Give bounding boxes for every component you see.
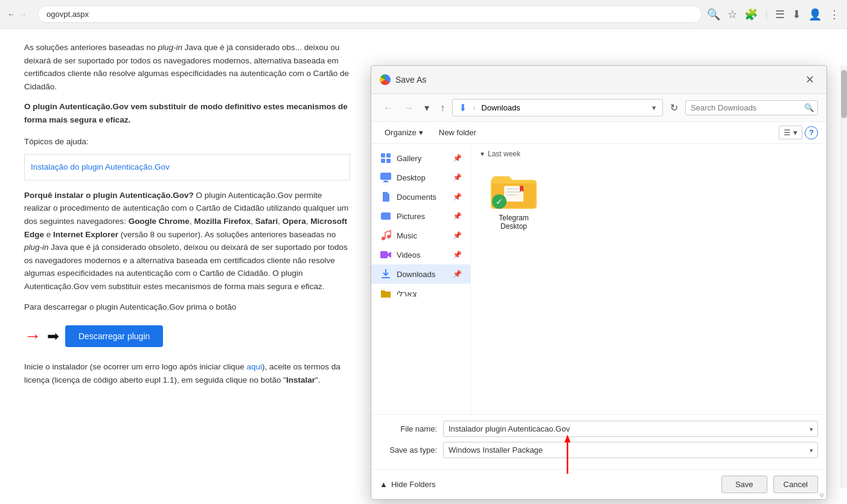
pictures-icon — [380, 210, 392, 222]
sidebar-item-pictures[interactable]: Pictures 📌 — [371, 206, 470, 226]
search-wrapper: 🔍 — [685, 100, 818, 115]
view-buttons: ☰ ▾ ? — [779, 126, 818, 139]
dialog-title-left: Save As — [380, 74, 426, 85]
save-type-select[interactable]: Windows Installer Package — [443, 442, 818, 458]
custom-label: צארלי — [397, 289, 417, 298]
svg-rect-4 — [380, 173, 391, 180]
section-label-text: Last week — [488, 150, 520, 158]
file-label-telegram: Telegram Desktop — [485, 214, 542, 231]
dialog-nav: Gallery 📌 Desktop 📌 Documents 📌 — [371, 144, 471, 414]
save-type-label: Save as type: — [380, 445, 443, 455]
search-icon-button[interactable]: 🔍 — [804, 103, 814, 112]
extensions-icon[interactable]: 🧩 — [744, 8, 758, 21]
file-name-row: File name: ▾ — [380, 421, 818, 437]
file-item-telegram[interactable]: ✓ Telegram Desktop — [481, 164, 547, 235]
dialog-overlay: Save As ✕ ← → ▾ ↑ ⬇ › Downloads ▾ ↻ — [0, 29, 847, 504]
documents-icon — [380, 191, 392, 203]
videos-icon — [380, 249, 392, 261]
music-pin: 📌 — [453, 231, 462, 240]
section-header: Last week — [481, 150, 817, 158]
sidebar-item-gallery[interactable]: Gallery 📌 — [371, 148, 470, 168]
folder-badge-icon: ✓ — [492, 194, 507, 209]
file-name-label: File name: — [380, 424, 443, 433]
nav-back-button[interactable]: ← — [380, 100, 397, 116]
svg-rect-11 — [380, 251, 388, 258]
videos-pin: 📌 — [453, 250, 462, 259]
download-icon[interactable]: ⬇ — [792, 8, 801, 21]
refresh-button[interactable]: ↻ — [666, 100, 682, 116]
organize-dropdown-icon: ▾ — [419, 128, 423, 137]
save-as-dialog: Save As ✕ ← → ▾ ↑ ⬇ › Downloads ▾ ↻ — [371, 65, 827, 500]
nav-recent-button[interactable]: ▾ — [421, 100, 433, 116]
hide-folders-icon: ▲ — [380, 480, 388, 489]
browser-toolbar: 🔍 ☆ 🧩 | ☰ ⬇ 👤 ⋮ — [707, 8, 840, 21]
search-input[interactable] — [685, 100, 818, 115]
svg-rect-6 — [383, 182, 389, 182]
path-text: Downloads — [481, 103, 520, 112]
svg-rect-0 — [381, 153, 385, 158]
downloads-label: Downloads — [397, 270, 435, 279]
sidebar-item-videos[interactable]: Videos 📌 — [371, 245, 470, 264]
pictures-pin: 📌 — [453, 212, 462, 220]
path-dropdown-arrow[interactable]: ▾ — [652, 103, 656, 112]
sidebar-item-music[interactable]: Music 📌 — [371, 226, 470, 245]
path-display: ⬇ › Downloads ▾ — [452, 99, 663, 116]
svg-rect-1 — [386, 153, 391, 158]
hide-folders-label: Hide Folders — [391, 480, 436, 489]
hide-folders-toggle[interactable]: ▲ Hide Folders — [380, 480, 436, 489]
tab-forward-btn[interactable]: → — [19, 10, 27, 19]
dialog-body: Gallery 📌 Desktop 📌 Documents 📌 — [371, 144, 826, 414]
music-icon — [380, 229, 392, 241]
profile-icon[interactable]: 👤 — [808, 8, 822, 21]
organize-label: Organize — [385, 128, 417, 137]
file-name-wrapper: ▾ — [443, 421, 818, 437]
browser-bar: ← → ogovpt.aspx 🔍 ☆ 🧩 | ☰ ⬇ 👤 ⋮ — [0, 0, 847, 29]
music-label: Music — [397, 231, 417, 240]
save-type-wrapper: Windows Installer Package ▾ — [443, 442, 818, 458]
save-button[interactable]: Save — [721, 476, 767, 493]
gallery-icon — [380, 152, 392, 164]
dialog-footer: ▲ Hide Folders Save Cancel — [371, 469, 826, 499]
sidebar-item-desktop[interactable]: Desktop 📌 — [371, 168, 470, 187]
sidebar-item-custom[interactable]: צארלי — [371, 284, 470, 303]
downloads-icon — [380, 268, 392, 280]
documents-label: Documents — [397, 193, 436, 202]
sidebar-item-documents[interactable]: Documents 📌 — [371, 187, 470, 206]
dialog-close-button[interactable]: ✕ — [802, 72, 818, 88]
desktop-icon — [380, 171, 392, 183]
sidebar-item-downloads[interactable]: Downloads 📌 — [371, 264, 470, 284]
more-icon[interactable]: ⋮ — [829, 8, 840, 21]
desktop-pin: 📌 — [453, 173, 462, 182]
files-grid: ✓ Telegram Desktop — [481, 164, 817, 235]
gallery-pin: 📌 — [453, 154, 462, 162]
cancel-button[interactable]: Cancel — [773, 476, 818, 493]
nav-forward-button[interactable]: → — [400, 100, 417, 116]
help-button[interactable]: ? — [805, 126, 818, 139]
videos-label: Videos — [397, 250, 421, 260]
view-toggle-button[interactable]: ☰ ▾ — [779, 126, 802, 139]
svg-rect-13 — [382, 277, 390, 278]
chrome-logo-icon — [380, 74, 391, 85]
new-folder-button[interactable]: New folder — [434, 126, 481, 139]
svg-rect-16 — [507, 191, 521, 193]
folder-icon-wrapper: ✓ — [490, 169, 538, 211]
dialog-actions-bar: Organize ▾ New folder ☰ ▾ ? — [371, 122, 826, 144]
organize-button[interactable]: Organize ▾ — [380, 126, 428, 139]
svg-rect-15 — [507, 188, 519, 190]
svg-rect-3 — [386, 159, 391, 163]
dialog-title: Save As — [395, 75, 426, 85]
svg-point-10 — [387, 235, 391, 238]
svg-marker-12 — [388, 252, 391, 258]
search-icon[interactable]: 🔍 — [707, 8, 720, 21]
menu-icon[interactable]: ☰ — [775, 8, 785, 21]
tab-back-btn[interactable]: ← — [7, 10, 15, 19]
star-icon[interactable]: ☆ — [727, 8, 737, 21]
nav-up-button[interactable]: ↑ — [436, 100, 449, 116]
dialog-content: Last week — [471, 144, 826, 414]
resize-handle[interactable]: ⟱ — [819, 492, 825, 498]
file-name-input[interactable] — [443, 421, 818, 437]
address-bar[interactable]: ogovpt.aspx — [37, 5, 702, 23]
svg-point-9 — [382, 237, 385, 240]
gallery-label: Gallery — [397, 154, 421, 163]
desktop-label: Desktop — [397, 173, 426, 182]
